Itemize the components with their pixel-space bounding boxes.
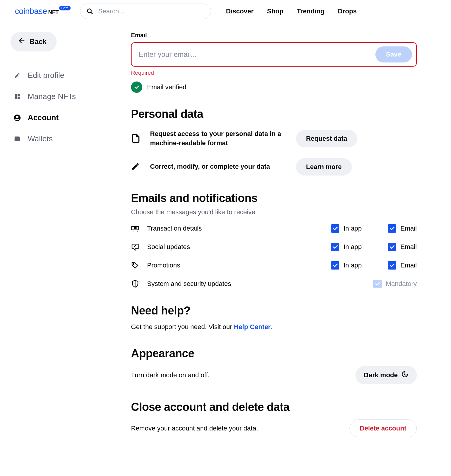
search-icon [87,8,93,15]
email-verified-row: Email verified [131,82,417,93]
svg-rect-8 [15,137,20,141]
inapp-group: In app [331,261,380,270]
email-input[interactable] [139,50,375,59]
nav-discover[interactable]: Discover [226,7,254,15]
svg-rect-9 [15,136,20,137]
notifications-title: Emails and notifications [131,192,417,205]
email-input-wrap: Save [131,42,417,67]
close-text: Remove your account and delete your data… [131,425,258,432]
sidebar-item-account[interactable]: Account [10,107,104,128]
request-data-row: Request access to your personal data in … [131,129,417,148]
pencil-icon [131,162,141,172]
email-group: Email [388,243,417,251]
inapp-group: In app [331,224,380,233]
logo[interactable]: coinbase NFT Beta [15,7,71,16]
request-data-button[interactable]: Request data [296,130,357,147]
notifications-subtitle: Choose the messages you'd like to receiv… [131,208,417,216]
save-button[interactable]: Save [375,46,412,62]
logo-main: coinbase [15,7,47,16]
email-group: Email [388,224,417,233]
learn-more-button[interactable]: Learn more [296,158,352,176]
help-center-link[interactable]: Help Center. [234,323,272,331]
notif-row-transaction: Transaction details In app Email [131,224,417,233]
notif-row-social: Social updates In app Email [131,243,417,251]
check-circle-icon [131,82,142,93]
header: coinbase NFT Beta Discover Shop Trending… [0,0,451,23]
checkbox-inapp[interactable] [331,243,339,251]
inapp-label: In app [344,243,362,251]
mandatory-label: Mandatory [386,280,417,288]
mandatory-group: Mandatory [373,280,417,288]
grid-icon [13,93,21,101]
transaction-icon [131,224,139,233]
sidebar-item-wallets[interactable]: Wallets [10,128,104,149]
email-label: Email [400,225,417,232]
logo-sub: NFT [48,9,59,15]
modify-data-row: Correct, modify, or complete your data L… [131,158,417,176]
notif-label: Transaction details [147,225,323,232]
personal-data-title: Personal data [131,108,417,120]
help-text: Get the support you need. Visit our [131,323,234,331]
file-icon [131,134,141,144]
delete-account-button[interactable]: Delete account [349,419,417,437]
email-group: Email [388,261,417,270]
email-error: Required [131,70,417,76]
nav-trending[interactable]: Trending [297,7,324,15]
checkbox-inapp[interactable] [331,224,339,233]
inapp-label: In app [344,225,362,232]
checkbox-mandatory [373,280,382,288]
help-text-row: Get the support you need. Visit our Help… [131,323,417,331]
modify-data-text: Correct, modify, or complete your data [150,162,287,171]
email-label: Email [131,32,417,39]
svg-point-14 [133,263,134,264]
sidebar: Back Edit profile Manage NFTs Account Wa… [0,23,113,455]
close-row: Remove your account and delete your data… [131,419,417,437]
inapp-label: In app [344,262,362,269]
request-data-text: Request access to your personal data in … [150,129,287,148]
sidebar-item-label: Account [28,113,59,122]
wallet-icon [13,135,21,143]
checkbox-email[interactable] [388,261,396,270]
help-title: Need help? [131,304,417,317]
close-title: Close account and delete data [131,401,417,414]
search-input[interactable] [80,4,211,19]
sidebar-item-label: Edit profile [28,71,64,80]
back-button[interactable]: Back [10,32,57,51]
nav-shop[interactable]: Shop [267,7,283,15]
back-label: Back [29,37,46,46]
arrow-left-icon [18,37,25,46]
svg-rect-13 [134,227,136,229]
svg-point-0 [88,9,91,13]
notif-row-security: System and security updates Mandatory [131,280,417,288]
svg-line-1 [91,12,93,14]
main-nav: Discover Shop Trending Drops [226,7,357,15]
svg-rect-4 [18,94,20,96]
inapp-group: In app [331,243,380,251]
email-label: Email [400,262,417,269]
dark-mode-button[interactable]: Dark mode [355,366,417,384]
email-verified-text: Email verified [147,83,186,91]
sidebar-item-label: Manage NFTs [28,92,76,101]
checkbox-email[interactable] [388,224,396,233]
moon-icon [401,371,408,380]
shield-icon [131,280,139,288]
email-label: Email [400,243,417,251]
sidebar-item-label: Wallets [28,134,53,143]
sidebar-item-edit-profile[interactable]: Edit profile [10,65,104,86]
search-wrap [80,4,211,19]
notif-row-promotions: Promotions In app Email [131,261,417,270]
appearance-text: Turn dark mode on and off. [131,371,210,379]
tag-icon [131,261,139,270]
dark-mode-label: Dark mode [364,371,398,379]
account-icon [13,114,21,122]
svg-rect-3 [15,94,17,99]
checkbox-email[interactable] [388,243,396,251]
appearance-row: Turn dark mode on and off. Dark mode [131,366,417,384]
nav-drops[interactable]: Drops [338,7,357,15]
pencil-icon [13,72,21,79]
beta-badge: Beta [59,6,71,10]
sidebar-item-manage-nfts[interactable]: Manage NFTs [10,86,104,107]
checkbox-inapp[interactable] [331,261,339,270]
chat-icon [131,243,139,251]
notif-label: System and security updates [147,280,366,288]
